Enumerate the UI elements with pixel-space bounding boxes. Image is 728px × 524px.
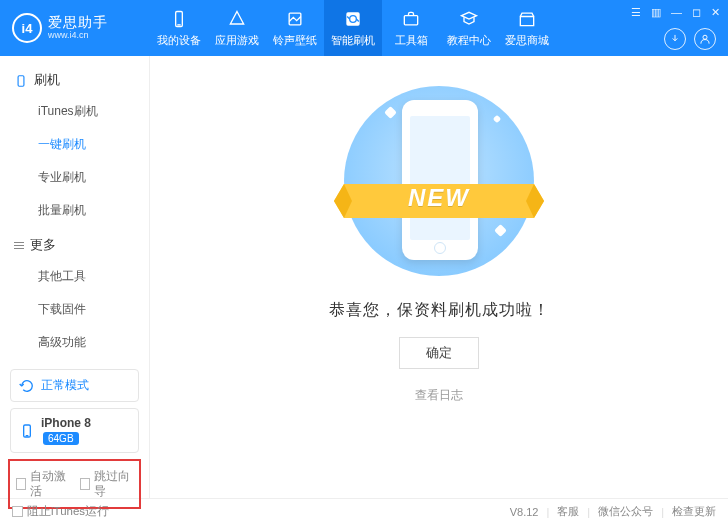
success-illustration: NEW bbox=[344, 86, 534, 276]
wechat-link[interactable]: 微信公众号 bbox=[598, 504, 653, 519]
close-icon[interactable]: ✕ bbox=[711, 6, 720, 19]
sidebar-item-itunes-flash[interactable]: iTunes刷机 bbox=[0, 95, 149, 128]
sidebar-item-oneclick-flash[interactable]: 一键刷机 bbox=[0, 128, 149, 161]
toolbox-icon bbox=[401, 9, 421, 29]
app-header: i4 爱思助手 www.i4.cn 我的设备 应用游戏 铃声壁纸 智能刷机 工具… bbox=[0, 0, 728, 56]
svg-rect-3 bbox=[346, 12, 359, 25]
check-update-link[interactable]: 检查更新 bbox=[672, 504, 716, 519]
version-label: V8.12 bbox=[510, 506, 539, 518]
support-link[interactable]: 客服 bbox=[557, 504, 579, 519]
sidebar-section-more[interactable]: 更多 bbox=[0, 231, 149, 260]
main-panel: NEW 恭喜您，保资料刷机成功啦！ 确定 查看日志 bbox=[150, 56, 728, 498]
new-ribbon: NEW bbox=[334, 172, 544, 230]
skin-icon[interactable]: ▥ bbox=[651, 6, 661, 19]
menu-icon[interactable]: ☰ bbox=[631, 6, 641, 19]
device-name: iPhone 8 bbox=[41, 416, 91, 430]
checkbox-block-itunes[interactable]: 阻止iTunes运行 bbox=[12, 504, 109, 519]
nav-label: 教程中心 bbox=[447, 33, 491, 48]
device-icon bbox=[169, 9, 189, 29]
svg-point-5 bbox=[703, 35, 707, 39]
sidebar-item-advanced[interactable]: 高级功能 bbox=[0, 326, 149, 359]
svg-rect-6 bbox=[18, 75, 24, 86]
wallpaper-icon bbox=[285, 9, 305, 29]
hamburger-icon bbox=[14, 240, 24, 251]
sidebar-item-other-tools[interactable]: 其他工具 bbox=[0, 260, 149, 293]
tutorial-icon bbox=[459, 9, 479, 29]
highlighted-options: 自动激活 跳过向导 bbox=[8, 459, 141, 509]
nav-flash[interactable]: 智能刷机 bbox=[324, 0, 382, 56]
device-card[interactable]: iPhone 8 64GB bbox=[10, 408, 139, 453]
sidebar-item-batch-flash[interactable]: 批量刷机 bbox=[0, 194, 149, 227]
ok-button[interactable]: 确定 bbox=[399, 337, 479, 369]
brand-subtitle: www.i4.cn bbox=[48, 31, 108, 41]
nav-label: 应用游戏 bbox=[215, 33, 259, 48]
nav-store[interactable]: 爱思商城 bbox=[498, 0, 556, 56]
nav-my-device[interactable]: 我的设备 bbox=[150, 0, 208, 56]
apps-icon bbox=[227, 9, 247, 29]
checkbox-auto-activate[interactable]: 自动激活 bbox=[16, 469, 70, 499]
sidebar-item-pro-flash[interactable]: 专业刷机 bbox=[0, 161, 149, 194]
ribbon-text: NEW bbox=[334, 172, 544, 230]
section-title: 刷机 bbox=[34, 72, 60, 89]
sidebar-item-download-firmware[interactable]: 下载固件 bbox=[0, 293, 149, 326]
device-mode[interactable]: 正常模式 bbox=[10, 369, 139, 402]
brand-title: 爱思助手 bbox=[48, 15, 108, 30]
checkbox-label: 自动激活 bbox=[30, 469, 69, 499]
nav-toolbox[interactable]: 工具箱 bbox=[382, 0, 440, 56]
device-capacity: 64GB bbox=[43, 432, 79, 445]
nav-label: 铃声壁纸 bbox=[273, 33, 317, 48]
nav-ringtones[interactable]: 铃声壁纸 bbox=[266, 0, 324, 56]
nav-label: 我的设备 bbox=[157, 33, 201, 48]
store-icon bbox=[517, 9, 537, 29]
account-button[interactable] bbox=[694, 28, 716, 50]
sidebar: 刷机 iTunes刷机 一键刷机 专业刷机 批量刷机 更多 其他工具 下载固件 … bbox=[0, 56, 150, 498]
brand-logo: i4 bbox=[12, 13, 42, 43]
sidebar-section-flash[interactable]: 刷机 bbox=[0, 66, 149, 95]
nav-tutorials[interactable]: 教程中心 bbox=[440, 0, 498, 56]
minimize-icon[interactable]: — bbox=[671, 6, 682, 18]
success-message: 恭喜您，保资料刷机成功啦！ bbox=[150, 300, 728, 321]
refresh-icon bbox=[19, 378, 35, 394]
nav-label: 爱思商城 bbox=[505, 33, 549, 48]
svg-rect-4 bbox=[404, 15, 417, 24]
section-title: 更多 bbox=[30, 237, 56, 254]
mode-label: 正常模式 bbox=[41, 377, 89, 394]
download-button[interactable] bbox=[664, 28, 686, 50]
brand: i4 爱思助手 www.i4.cn bbox=[0, 0, 150, 56]
flash-icon bbox=[343, 9, 363, 29]
nav-label: 智能刷机 bbox=[331, 33, 375, 48]
checkbox-label: 跳过向导 bbox=[94, 469, 133, 499]
view-log-link[interactable]: 查看日志 bbox=[150, 387, 728, 404]
checkbox-label: 阻止iTunes运行 bbox=[27, 504, 109, 519]
nav-apps[interactable]: 应用游戏 bbox=[208, 0, 266, 56]
top-nav: 我的设备 应用游戏 铃声壁纸 智能刷机 工具箱 教程中心 爱思商城 bbox=[150, 0, 631, 56]
checkbox-skip-guide[interactable]: 跳过向导 bbox=[80, 469, 134, 499]
device-icon bbox=[19, 423, 35, 439]
nav-label: 工具箱 bbox=[395, 33, 428, 48]
maximize-icon[interactable]: ◻ bbox=[692, 6, 701, 19]
phone-icon bbox=[14, 74, 28, 88]
